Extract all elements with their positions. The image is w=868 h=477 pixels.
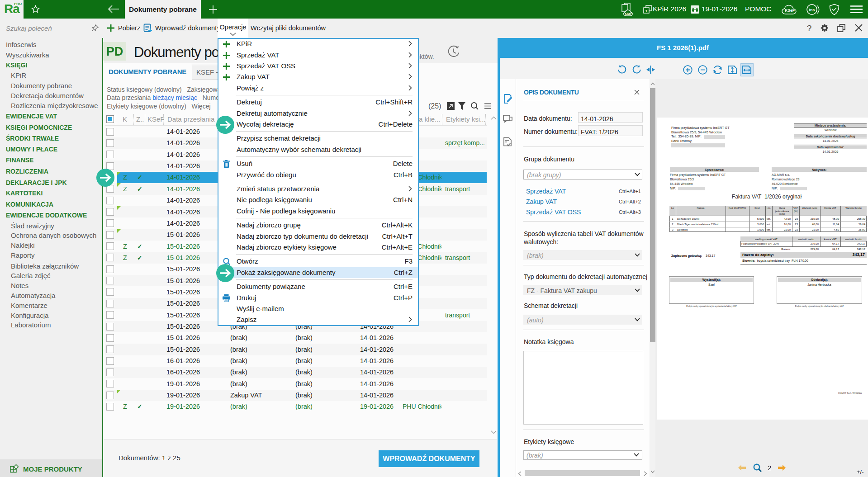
- svg-text:KSeF: KSeF: [785, 8, 795, 13]
- svg-text:1: 1: [645, 9, 648, 13]
- svg-text:Ins: Ins: [809, 8, 815, 12]
- svg-text:KSeF: KSeF: [625, 12, 632, 15]
